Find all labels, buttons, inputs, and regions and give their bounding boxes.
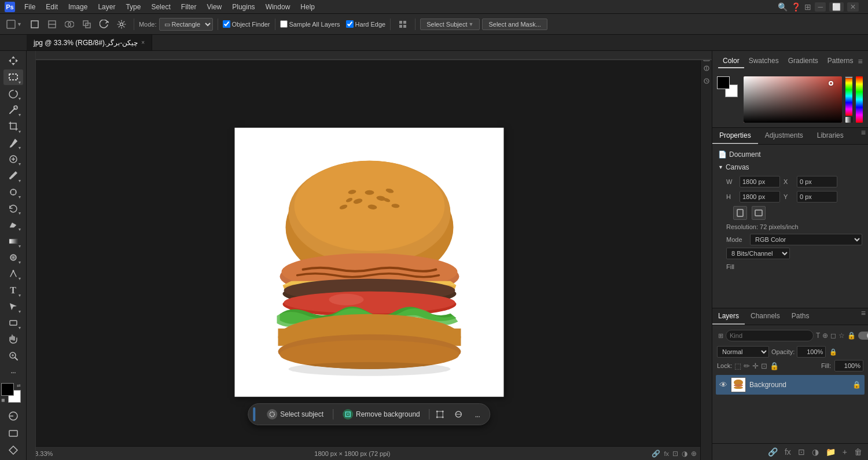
layers-tab[interactable]: Layers <box>712 308 745 325</box>
canvas-scroll[interactable]: Select subject Remove background <box>27 51 712 446</box>
brush-tool[interactable]: ▼ <box>3 168 23 183</box>
filter-smart-icon[interactable]: ☆ <box>838 332 845 340</box>
gradients-tab[interactable]: Gradients <box>784 54 823 68</box>
remove-background-button[interactable]: Remove background <box>336 407 427 422</box>
bits-select[interactable]: 8 Bits/Channel 16 Bits/Channel <box>726 248 790 259</box>
properties-tab[interactable]: Properties <box>712 128 758 144</box>
opacity-bar[interactable] <box>845 117 852 123</box>
add-group-icon[interactable]: 📁 <box>823 446 838 458</box>
delete-layer-icon[interactable]: 🗑 <box>852 446 865 458</box>
layers-panel-collapse[interactable]: ≡ <box>861 308 866 325</box>
eraser-tool[interactable]: ▼ <box>3 217 23 232</box>
history-tool[interactable]: ▼ <box>3 201 23 216</box>
rect-marquee-tool[interactable]: ▼ <box>3 69 23 84</box>
tab-close-button[interactable]: × <box>141 39 145 46</box>
subtract-tool[interactable] <box>45 18 60 31</box>
eyedropper-tool[interactable]: ▼ <box>3 135 23 150</box>
hue-bar[interactable] <box>845 76 852 116</box>
color-tab[interactable]: Color <box>718 54 744 68</box>
link-layers-icon[interactable]: 🔗 <box>766 446 780 458</box>
hand-tool[interactable] <box>3 332 23 347</box>
patterns-tab[interactable]: Patterns <box>823 54 858 68</box>
status-channels-icon[interactable]: ⊕ <box>691 450 697 458</box>
settings-btn[interactable] <box>114 18 129 31</box>
select-subject-button[interactable]: Select Subject ▼ <box>420 19 480 30</box>
ctx-transform-icon[interactable] <box>432 406 448 422</box>
document-tab[interactable]: چیکن-برگر.jpg @ 33.3% (RGB/8#) × <box>27 35 152 50</box>
search-icon[interactable]: 🔍 <box>778 2 788 12</box>
menu-filter[interactable]: Filter <box>176 2 201 12</box>
canvas-section-header[interactable]: ▼ Canvas <box>718 163 862 171</box>
swap-colors-icon[interactable]: ⇄ <box>17 383 21 388</box>
mode-select[interactable]: ▭ Rectangle Ellipse <box>159 18 213 31</box>
filter-adjust-icon[interactable]: ⊕ <box>822 332 828 340</box>
add-mask-icon[interactable]: ⊡ <box>796 446 807 458</box>
fill-input[interactable] <box>834 360 863 371</box>
arrange-icon[interactable]: ⊞ <box>804 2 811 12</box>
color-gradient-picker[interactable] <box>744 76 842 123</box>
panel-strip-icon-3[interactable] <box>702 76 711 86</box>
mode-value-select[interactable]: RGB Color CMYK Grayscale <box>750 234 862 245</box>
y-input[interactable] <box>797 191 837 203</box>
screen-mode-btn[interactable] <box>3 426 23 441</box>
blend-mode-select[interactable]: Normal Multiply Screen <box>717 346 769 358</box>
heal-tool[interactable]: ▼ <box>3 152 23 167</box>
lock-pixels-icon[interactable]: ✏ <box>744 362 750 370</box>
lock-transparent-icon[interactable]: ⬚ <box>734 362 741 370</box>
intersect-tool[interactable] <box>62 18 77 31</box>
fg-bg-color-picker[interactable]: ⇄ ◼ <box>1 383 21 403</box>
add-style-icon[interactable]: fx <box>782 446 793 458</box>
kind-filter-input[interactable] <box>726 330 814 341</box>
object-finder-check[interactable]: Object Finder <box>223 20 270 28</box>
blur-tool[interactable]: ▼ <box>3 250 23 265</box>
filter-shape-icon[interactable]: ◻ <box>830 332 836 340</box>
menu-view[interactable]: View <box>202 2 226 12</box>
swatches-tab[interactable]: Swatches <box>744 54 784 68</box>
libraries-tab[interactable]: Libraries <box>810 128 851 144</box>
refresh-btn[interactable] <box>97 18 112 31</box>
menu-help[interactable]: Help <box>296 2 319 12</box>
status-fx-icon[interactable]: fx <box>664 450 669 457</box>
filter-toggle[interactable] <box>858 332 868 340</box>
color-panel-collapse[interactable]: ≡ <box>858 57 862 66</box>
add-layer-icon[interactable]: + <box>840 446 849 458</box>
filter-type-icon[interactable]: T <box>816 332 820 340</box>
menu-layer[interactable]: Layer <box>93 2 120 12</box>
x-input[interactable] <box>797 176 837 187</box>
sample-all-layers-check[interactable]: Sample All Layers <box>280 20 340 28</box>
text-tool[interactable]: T ▼ <box>3 282 23 297</box>
ctx-circle-icon[interactable] <box>451 406 467 422</box>
menu-file[interactable]: File <box>20 2 40 12</box>
pen-tool[interactable]: ▼ <box>3 266 23 281</box>
path-select-tool[interactable]: ▼ <box>3 299 23 314</box>
add-adjustment-icon[interactable]: ◑ <box>810 446 821 458</box>
help-icon[interactable]: ❓ <box>791 2 801 12</box>
status-link-icon[interactable]: 🔗 <box>652 450 660 458</box>
window-minimize[interactable]: ─ <box>815 2 826 12</box>
layer-item-background[interactable]: 👁 Background 🔒 <box>716 375 865 395</box>
hue-strip-alt[interactable] <box>856 76 863 123</box>
opacity-input[interactable] <box>797 346 826 358</box>
menu-image[interactable]: Image <box>64 2 92 12</box>
layer-visibility-icon[interactable]: 👁 <box>719 380 727 389</box>
properties-panel-collapse[interactable]: ≡ <box>861 128 866 144</box>
window-restore[interactable]: ⬜ <box>829 2 844 12</box>
lasso-tool[interactable]: ▼ <box>3 86 23 101</box>
w-input[interactable] <box>740 176 780 187</box>
default-colors-icon[interactable]: ◼ <box>1 398 5 403</box>
fg-color-swatch[interactable] <box>717 76 730 89</box>
landscape-btn[interactable] <box>752 206 766 220</box>
menu-window[interactable]: Window <box>261 2 295 12</box>
adjustments-tab[interactable]: Adjustments <box>758 128 810 144</box>
exclude-tool[interactable] <box>79 18 94 31</box>
rect-tool[interactable] <box>27 18 42 31</box>
menu-select[interactable]: Select <box>146 2 175 12</box>
panel-strip-icon-2[interactable] <box>702 64 711 73</box>
channels-tab[interactable]: Channels <box>745 308 786 325</box>
window-close[interactable]: ✕ <box>847 2 859 12</box>
clone-tool[interactable]: ▼ <box>3 185 23 200</box>
quick-mask-btn[interactable] <box>3 407 23 425</box>
preset-picker[interactable]: ▼ <box>3 18 25 31</box>
layout-icon[interactable] <box>395 18 410 31</box>
menu-type[interactable]: Type <box>121 2 145 12</box>
